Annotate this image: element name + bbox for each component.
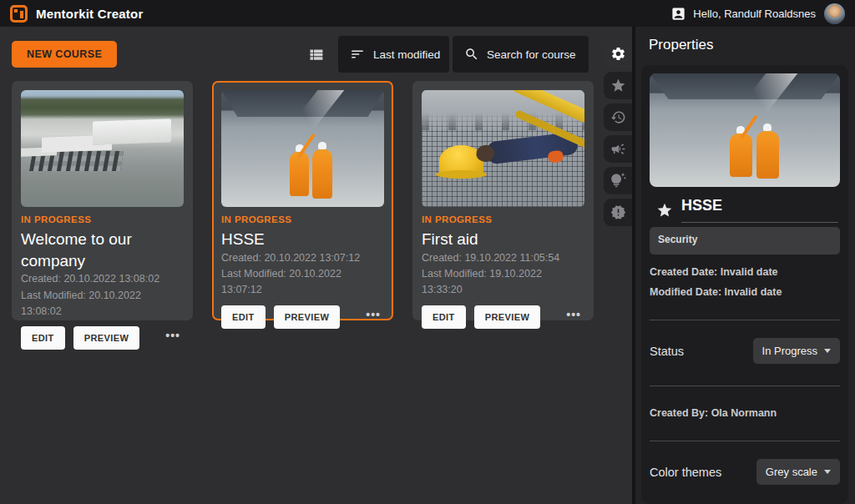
tab-tips[interactable] [604,167,632,194]
status-label: Status [650,345,684,358]
properties-card: HSSE Security Created Date: Invalid date… [641,65,848,504]
created-date: Created: 20.10.2022 13:07:12 [221,250,384,266]
course-cards: IN PROGRESS Welcome to our company Creat… [0,73,632,320]
course-title: HSSE [221,229,384,250]
course-card-first-aid[interactable]: IN PROGRESS First aid Created: 19.10.202… [412,81,594,320]
caret-down-icon [824,470,831,474]
course-dates: Created: 20.10.2022 13:07:12 Last Modifi… [221,250,384,299]
sort-icon [350,47,365,62]
photo-detail [290,152,309,196]
created-date-text: Created Date: Invalid date [650,266,840,278]
caret-down-icon [824,349,831,353]
lightbulb-icon [610,173,626,189]
search-box [453,36,589,73]
user-avatar[interactable] [824,3,845,24]
favorite-star-icon[interactable] [656,202,673,219]
tab-announcements[interactable] [604,135,632,163]
search-icon [464,47,479,62]
alert-badge-icon [610,204,626,220]
photo-detail [312,149,331,199]
user-greeting: Hello, Randulf Roaldsnes [693,8,816,20]
modified-date: Last Modified: 20.10.2022 13:07:12 [221,266,384,299]
edit-button[interactable]: EDIT [422,305,466,329]
new-course-button[interactable]: NEW COURSE [12,41,117,68]
selected-course-title: HSSE [681,197,722,214]
more-options-icon[interactable]: ••• [566,308,584,326]
created-date: Created: 20.10.2022 13:08:02 [21,271,184,287]
course-dates: Created: 20.10.2022 13:08:02 Last Modifi… [21,271,184,320]
course-title: Welcome to our company [21,229,184,271]
app-title: Mentorkit Creator [36,7,143,21]
mentorkit-logo-icon [10,5,28,23]
more-options-icon[interactable]: ••• [165,329,184,347]
megaphone-icon [610,141,626,157]
color-themes-dropdown[interactable]: Grey scale [756,459,840,485]
tab-settings[interactable] [604,40,632,68]
modified-date-text: Modified Date: Invalid date [650,286,840,298]
properties-panel: Properties HSSE Security Created Date: I… [632,27,855,504]
course-thumbnail-safety-workers [221,90,384,207]
edit-button[interactable]: EDIT [221,305,266,329]
course-thumbnail-aerial-campus [21,90,184,207]
course-title: First aid [422,229,584,250]
modified-date: Last Modified: 20.10.2022 13:08:02 [21,288,184,320]
toolbar: NEW COURSE Last modified [0,27,632,73]
sort-dropdown[interactable]: Last modified [338,36,449,73]
created-by-text: Created By: Ola Normann [650,407,840,419]
account-badge-icon [670,6,686,22]
status-value: In Progress [762,345,817,357]
tab-favorites[interactable] [604,72,632,99]
color-themes-label: Color themes [650,466,721,479]
selected-course-image [650,73,840,187]
more-options-icon[interactable]: ••• [366,308,384,326]
status-dropdown[interactable]: In Progress [753,338,840,364]
search-input[interactable] [487,48,579,61]
divider [650,386,840,386]
course-card-welcome[interactable]: IN PROGRESS Welcome to our company Creat… [12,81,193,320]
divider [650,441,840,441]
photo-detail [486,131,579,164]
course-thumbnail-firstaid-accident [422,90,584,207]
photo-detail [756,131,779,179]
preview-button[interactable]: PREVIEW [73,326,140,350]
top-bar: Mentorkit Creator Hello, Randulf Roaldsn… [0,0,855,27]
edit-button[interactable]: EDIT [21,326,65,350]
course-dates: Created: 19.10.2022 11:05:54 Last Modifi… [422,250,584,299]
side-tab-strip [604,40,632,226]
preview-button[interactable]: PREVIEW [474,305,541,329]
preview-button[interactable]: PREVIEW [274,305,341,329]
color-themes-value: Grey scale [766,466,817,478]
status-badge: IN PROGRESS [221,214,384,224]
status-badge: IN PROGRESS [21,214,184,224]
photo-detail [730,134,752,177]
course-card-hsse[interactable]: IN PROGRESS HSSE Created: 20.10.2022 13:… [212,81,393,320]
tab-history[interactable] [604,103,632,131]
course-list-area: NEW COURSE Last modified IN PROGRESS Wel… [0,27,632,504]
status-badge: IN PROGRESS [422,214,584,224]
modified-date: Last Modified: 19.10.2022 13:33:20 [422,266,584,299]
sort-label: Last modified [373,48,440,61]
course-description-field[interactable]: Security [650,227,840,255]
list-view-icon[interactable] [307,46,325,63]
star-icon [610,78,626,93]
created-date: Created: 19.10.2022 11:05:54 [422,250,584,266]
divider [650,320,840,320]
history-icon [610,109,626,125]
panel-title: Properties [649,37,855,53]
tab-releases[interactable] [604,199,632,226]
settings-gear-icon [610,46,626,62]
